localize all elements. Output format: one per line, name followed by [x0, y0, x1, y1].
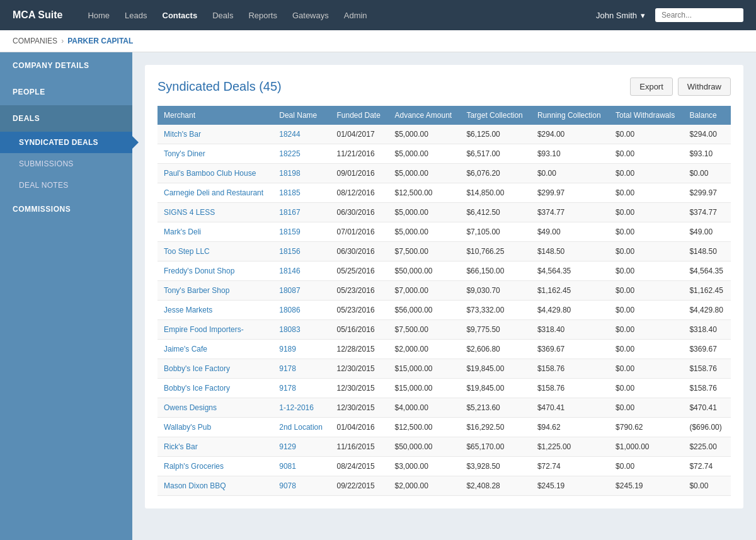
merchant-cell[interactable]: Tony's Diner	[158, 144, 273, 164]
nav-deals[interactable]: Deals	[212, 11, 233, 20]
target-collection-cell: $2,408.28	[460, 476, 531, 496]
table-row: Tony's Diner1822511/21/2016$5,000.00$6,5…	[158, 144, 731, 164]
deal-name-cell[interactable]: 9081	[273, 457, 330, 476]
col-target-collection: Target Collection	[460, 106, 531, 125]
merchant-cell[interactable]: Owens Designs	[158, 398, 273, 418]
funded-date-cell: 12/30/2015	[331, 379, 389, 398]
running-collection-cell: $0.00	[531, 164, 609, 183]
deal-name-cell[interactable]: 18167	[273, 203, 330, 222]
title-actions: Export Withdraw	[630, 78, 731, 96]
deal-name-cell[interactable]: 18244	[273, 125, 330, 144]
sidebar-subitem-syndicated-deals[interactable]: SYNDICATED DEALS	[0, 132, 132, 153]
total-withdrawals-cell: $0.00	[609, 125, 683, 144]
target-collection-cell: $16,292.50	[460, 418, 531, 437]
merchant-cell[interactable]: Bobby's Ice Factory	[158, 359, 273, 379]
running-collection-cell: $94.62	[531, 418, 609, 437]
main-layout: COMPANY DETAILS PEOPLE DEALS SYNDICATED …	[0, 52, 756, 540]
deal-name-cell[interactable]: 18225	[273, 144, 330, 164]
table-row: Mason Dixon BBQ907809/22/2015$2,000.00$2…	[158, 476, 731, 496]
deal-name-cell[interactable]: 18146	[273, 261, 330, 281]
total-withdrawals-cell: $0.00	[609, 379, 683, 398]
deal-name-cell[interactable]: 18083	[273, 320, 330, 340]
funded-date-cell: 09/22/2015	[331, 476, 389, 496]
chevron-down-icon: ▾	[641, 11, 645, 20]
total-withdrawals-cell: $0.00	[609, 144, 683, 164]
table-row: Bobby's Ice Factory917812/30/2015$15,000…	[158, 379, 731, 398]
total-withdrawals-cell: $0.00	[609, 457, 683, 476]
search-input[interactable]	[655, 8, 743, 22]
sidebar-subitem-deal-notes[interactable]: DEAL NOTES	[0, 175, 132, 196]
deal-name-cell[interactable]: 9078	[273, 476, 330, 496]
merchant-cell[interactable]: Mitch's Bar	[158, 125, 273, 144]
balance-cell: $294.00	[683, 125, 731, 144]
running-collection-cell: $369.67	[531, 340, 609, 359]
deal-name-cell[interactable]: 18159	[273, 222, 330, 242]
merchant-cell[interactable]: Freddy's Donut Shop	[158, 261, 273, 281]
merchant-cell[interactable]: Bobby's Ice Factory	[158, 379, 273, 398]
deal-name-cell[interactable]: 18087	[273, 281, 330, 301]
table-row: Owens Designs1-12-201612/30/2015$4,000.0…	[158, 398, 731, 418]
col-total-withdrawals: Total Withdrawals	[609, 106, 683, 125]
target-collection-cell: $9,030.70	[460, 281, 531, 301]
balance-cell: $374.77	[683, 203, 731, 222]
nav-reports[interactable]: Reports	[248, 11, 277, 20]
merchant-cell[interactable]: Jesse Markets	[158, 301, 273, 320]
user-menu[interactable]: John Smith ▾	[596, 11, 645, 20]
target-collection-cell: $6,076.20	[460, 164, 531, 183]
merchant-cell[interactable]: Carnegie Deli and Restaurant	[158, 183, 273, 203]
balance-cell: $299.97	[683, 183, 731, 203]
nav-contacts[interactable]: Contacts	[163, 11, 198, 20]
merchant-cell[interactable]: Too Step LLC	[158, 242, 273, 261]
sidebar-subitem-submissions[interactable]: SUBMISSIONS	[0, 153, 132, 175]
merchant-cell[interactable]: SIGNS 4 LESS	[158, 203, 273, 222]
merchant-cell[interactable]: Mark's Deli	[158, 222, 273, 242]
merchant-cell[interactable]: Tony's Barber Shop	[158, 281, 273, 301]
deal-name-cell[interactable]: 18156	[273, 242, 330, 261]
running-collection-cell: $1,162.45	[531, 281, 609, 301]
deal-name-cell[interactable]: 1-12-2016	[273, 398, 330, 418]
deal-name-cell[interactable]: 2nd Location	[273, 418, 330, 437]
deal-name-cell[interactable]: 9189	[273, 340, 330, 359]
nav-gateways[interactable]: Gateways	[292, 11, 329, 20]
deal-name-cell[interactable]: 9178	[273, 359, 330, 379]
balance-cell: $318.40	[683, 320, 731, 340]
table-row: Mark's Deli1815907/01/2016$5,000.00$7,10…	[158, 222, 731, 242]
merchant-cell[interactable]: Paul's Bamboo Club House	[158, 164, 273, 183]
running-collection-cell: $294.00	[531, 125, 609, 144]
deal-name-cell[interactable]: 9178	[273, 379, 330, 398]
total-withdrawals-cell: $0.00	[609, 340, 683, 359]
total-withdrawals-cell: $0.00	[609, 359, 683, 379]
sidebar-item-commissions[interactable]: COMMISSIONS	[0, 196, 132, 222]
deal-name-cell[interactable]: 18086	[273, 301, 330, 320]
export-button[interactable]: Export	[630, 78, 673, 96]
nav-leads[interactable]: Leads	[125, 11, 147, 20]
merchant-cell[interactable]: Jaime's Cafe	[158, 340, 273, 359]
merchant-cell[interactable]: Rick's Bar	[158, 437, 273, 457]
col-deal-name: Deal Name	[273, 106, 330, 125]
table-row: Carnegie Deli and Restaurant1818508/12/2…	[158, 183, 731, 203]
advance-amount-cell: $2,000.00	[388, 476, 460, 496]
breadcrumb-separator: ›	[61, 37, 64, 45]
funded-date-cell: 07/01/2016	[331, 222, 389, 242]
nav-home[interactable]: Home	[88, 11, 110, 20]
sidebar-item-deals[interactable]: DEALS	[0, 105, 132, 132]
advance-amount-cell: $3,000.00	[388, 457, 460, 476]
funded-date-cell: 06/30/2016	[331, 203, 389, 222]
deal-name-cell[interactable]: 9129	[273, 437, 330, 457]
merchant-cell[interactable]: Wallaby's Pub	[158, 418, 273, 437]
title-bar: Syndicated Deals (45) Export Withdraw	[158, 78, 731, 96]
sidebar-item-company-details[interactable]: COMPANY DETAILS	[0, 52, 132, 79]
merchant-cell[interactable]: Empire Food Importers-	[158, 320, 273, 340]
withdraw-button[interactable]: Withdraw	[678, 78, 731, 96]
advance-amount-cell: $7,500.00	[388, 320, 460, 340]
sidebar-item-people[interactable]: PEOPLE	[0, 79, 132, 105]
user-name: John Smith	[596, 11, 637, 20]
breadcrumb-parent[interactable]: COMPANIES	[13, 37, 57, 45]
merchant-cell[interactable]: Mason Dixon BBQ	[158, 476, 273, 496]
nav-admin[interactable]: Admin	[344, 11, 367, 20]
merchant-cell[interactable]: Ralph's Groceries	[158, 457, 273, 476]
deal-name-cell[interactable]: 18185	[273, 183, 330, 203]
balance-cell: $0.00	[683, 476, 731, 496]
table-row: Rick's Bar912911/16/2015$50,000.00$65,17…	[158, 437, 731, 457]
deal-name-cell[interactable]: 18198	[273, 164, 330, 183]
